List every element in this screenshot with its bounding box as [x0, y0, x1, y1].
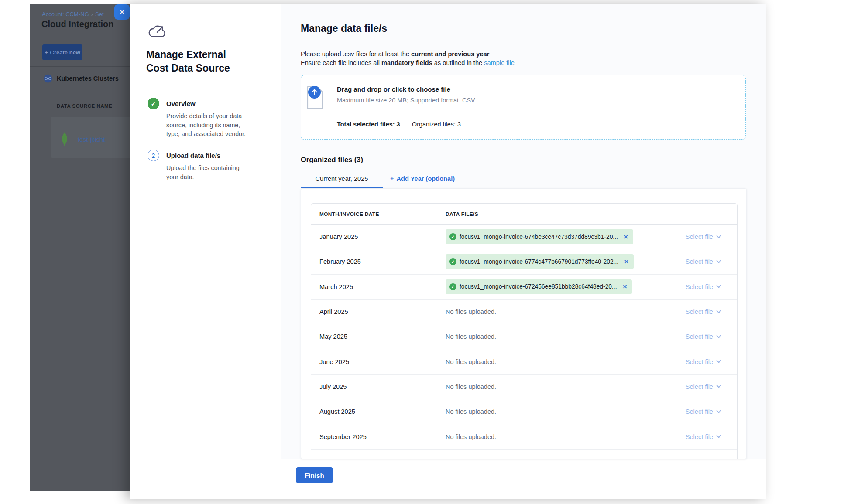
file-cell: No files uploaded.: [446, 333, 664, 340]
remove-file-icon[interactable]: ✕: [623, 283, 628, 290]
months-tab-panel: MONTH/INVOICE DATE DATA FILE/S January 2…: [301, 188, 747, 459]
file-name: focusv1_mongo-invoice-6774c477b667901d77…: [460, 259, 618, 265]
file-name: focusv1_mongo-invoice-674be3ce47c73d37dd…: [460, 234, 618, 240]
sample-file-link[interactable]: sample file: [484, 59, 515, 66]
manage-external-cost-drawer: Manage External Cost Data Source ✓ Overv…: [130, 4, 766, 499]
file-cell: ✓focusv1_mongo-invoice-674be3ce47c73d37d…: [446, 229, 664, 244]
select-file-label: Select file: [686, 458, 713, 459]
select-file-label: Select file: [686, 308, 713, 315]
select-file-dropdown[interactable]: Select file: [664, 358, 720, 365]
empty-text: No files uploaded.: [446, 358, 496, 365]
page-title: Cloud Integration: [41, 19, 114, 29]
chevron-down-icon: [716, 258, 721, 263]
month-label: January 2025: [311, 233, 446, 240]
close-button[interactable]: ✕: [114, 4, 130, 20]
step2-description: Upload the files containing your data.: [166, 163, 252, 181]
drawer-title: Manage External Cost Data Source: [146, 48, 249, 75]
file-counters: Total selected files: 3 Organized files:…: [337, 120, 461, 128]
month-label: July 2025: [311, 383, 446, 390]
year-tabs: Current year, 2025 +Add Year (optional): [301, 171, 455, 188]
tab-current-year[interactable]: Current year, 2025: [301, 171, 383, 188]
select-file-label: Select file: [686, 333, 713, 340]
mongodb-leaf-icon: [61, 132, 69, 146]
table-row: July 2025 No files uploaded. Select file: [311, 375, 737, 399]
tab-label: Kubernetes Clusters: [57, 75, 119, 82]
organized-files-count: Organized files: 3: [412, 121, 461, 128]
total-selected-files: Total selected files: 3: [337, 121, 400, 128]
select-file-dropdown[interactable]: Select file: [664, 308, 720, 315]
empty-text: No files uploaded.: [446, 458, 496, 459]
chevron-down-icon: [716, 308, 721, 313]
chevron-down-icon: [716, 383, 721, 388]
column-header-data-source-name: DATA SOURCE NAME: [57, 103, 112, 109]
chevron-down-icon: [716, 233, 721, 238]
create-new-button[interactable]: + Create new: [42, 44, 82, 60]
select-file-dropdown[interactable]: Select file: [664, 233, 720, 240]
dropzone-title: Drag and drop or click to choose file: [337, 85, 450, 93]
step2-title: Upload data file/s: [166, 152, 220, 159]
month-label: March 2025: [311, 283, 446, 290]
select-file-dropdown[interactable]: Select file: [664, 333, 720, 340]
table-body: January 2025 ✓focusv1_mongo-invoice-674b…: [311, 225, 737, 459]
chevron-down-icon: [716, 408, 721, 413]
select-file-dropdown[interactable]: Select file: [664, 283, 720, 290]
month-label: May 2025: [311, 333, 446, 340]
remove-file-icon[interactable]: ✕: [624, 234, 628, 240]
chevron-down-icon: [716, 333, 721, 338]
file-cell: No files uploaded.: [446, 433, 664, 440]
months-table: MONTH/INVOICE DATE DATA FILE/S January 2…: [311, 203, 738, 459]
select-file-dropdown[interactable]: Select file: [664, 408, 720, 415]
add-year-button[interactable]: +Add Year (optional): [390, 171, 455, 182]
table-row: August 2025 No files uploaded. Select fi…: [311, 399, 737, 424]
file-cell: ✓focusv1_mongo-invoice-6774c477b667901d7…: [446, 254, 664, 269]
chevron-down-icon: [716, 283, 721, 288]
step1-title: Overview: [166, 100, 196, 107]
finish-button[interactable]: Finish: [296, 467, 333, 483]
tab-kubernetes-clusters[interactable]: Kubernetes Clusters: [44, 74, 119, 83]
file-cell: No files uploaded.: [446, 458, 664, 459]
month-label: September 2025: [311, 433, 446, 440]
select-file-dropdown[interactable]: Select file: [664, 458, 720, 459]
month-label: June 2025: [311, 358, 446, 365]
empty-text: No files uploaded.: [446, 433, 496, 440]
chevron-down-icon: [716, 358, 721, 363]
data-source-link[interactable]: test-jbisht: [78, 136, 105, 143]
create-new-label: Create new: [50, 49, 80, 56]
add-year-label: Add Year (optional): [397, 175, 455, 182]
table-row: October 2025 No files uploaded. Select f…: [311, 450, 737, 459]
file-cell: No files uploaded.: [446, 408, 664, 415]
upload-step-panel: Manage data file/s Please upload .csv fi…: [281, 4, 766, 459]
breadcrumb-account-link[interactable]: Account: CCM-NG: [42, 11, 89, 17]
select-file-label: Select file: [686, 358, 713, 365]
file-dropzone[interactable]: Drag and drop or click to choose file Ma…: [301, 75, 746, 140]
empty-text: No files uploaded.: [446, 408, 496, 415]
select-file-dropdown[interactable]: Select file: [664, 383, 720, 390]
select-file-dropdown[interactable]: Select file: [664, 258, 720, 265]
table-row: April 2025 No files uploaded. Select fil…: [311, 300, 737, 324]
header-data-files: DATA FILE/S: [446, 211, 737, 217]
chevron-down-icon: [716, 458, 721, 459]
table-row: March 2025 ✓focusv1_mongo-invoice-672456…: [311, 275, 737, 300]
close-icon: ✕: [119, 8, 125, 16]
step2-number-icon: 2: [148, 150, 159, 161]
kubernetes-icon: [44, 74, 52, 83]
instruction-line1: Please upload .csv files for at least th…: [301, 50, 515, 58]
breadcrumb: Account: CCM-NG›Set: [42, 11, 104, 17]
step1-description: Provide details of your data source, inc…: [166, 112, 252, 139]
plus-icon: +: [45, 49, 48, 56]
breadcrumb-trail[interactable]: Set: [95, 11, 104, 17]
check-icon: ✓: [449, 258, 456, 265]
select-file-label: Select file: [686, 233, 713, 240]
divider: [30, 66, 130, 67]
wizard-panel: Manage External Cost Data Source ✓ Overv…: [130, 4, 281, 499]
month-label: February 2025: [311, 258, 446, 265]
file-cell: No files uploaded.: [446, 383, 664, 390]
select-file-label: Select file: [686, 433, 713, 440]
plus-icon: +: [390, 175, 394, 182]
remove-file-icon[interactable]: ✕: [624, 259, 629, 265]
table-row: May 2025 No files uploaded. Select file: [311, 324, 737, 349]
empty-text: No files uploaded.: [446, 383, 496, 390]
select-file-dropdown[interactable]: Select file: [664, 433, 720, 440]
file-chip: ✓focusv1_mongo-invoice-674be3ce47c73d37d…: [446, 229, 633, 244]
table-row: January 2025 ✓focusv1_mongo-invoice-674b…: [311, 225, 737, 249]
